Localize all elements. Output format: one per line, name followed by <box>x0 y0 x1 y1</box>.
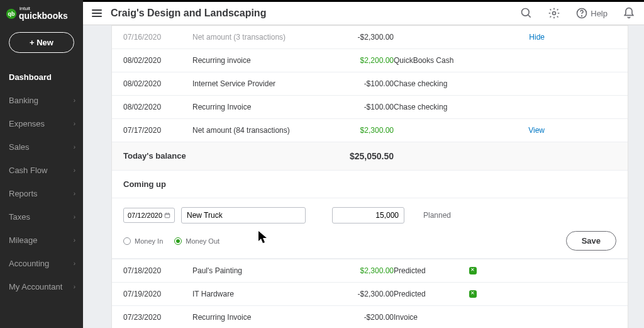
menu-icon[interactable] <box>92 9 102 17</box>
money-in-label: Money In <box>135 237 163 245</box>
gear-icon[interactable] <box>548 7 560 20</box>
logo: qb intuit quickbooks <box>6 6 68 21</box>
sidebar-item-label: Reports <box>9 189 38 198</box>
chevron-right-icon: › <box>74 237 75 244</box>
chevron-right-icon: › <box>74 190 75 197</box>
row-date: 07/16/2020 <box>123 33 192 42</box>
svg-rect-5 <box>165 213 170 218</box>
name-input[interactable] <box>181 207 306 223</box>
row-amount: $2,300.00 <box>331 266 394 275</box>
date-input[interactable] <box>128 212 164 219</box>
chevron-right-icon: › <box>74 97 75 104</box>
new-button[interactable]: + New <box>9 32 74 53</box>
row-date: 07/18/2020 <box>123 266 192 275</box>
row-date: 07/17/2020 <box>123 126 192 135</box>
balance-value: $25,050.50 <box>331 151 394 161</box>
sidebar: qb intuit quickbooks + New DashboardBank… <box>0 0 83 328</box>
row-date: 07/23/2020 <box>123 313 192 322</box>
row-account: Chase checking <box>394 79 501 88</box>
row-desc: Internet Service Provider <box>192 79 331 88</box>
row-amount: -$2,300.00 <box>331 290 394 298</box>
sidebar-item-label: Sales <box>9 142 30 152</box>
row-amount: -$200.00 <box>331 313 394 322</box>
row-amount: -$100.00 <box>331 103 394 111</box>
sidebar-item-label: Taxes <box>9 212 30 222</box>
row-desc: Recurring Invoice <box>192 313 331 322</box>
radio-icon <box>123 237 131 245</box>
row-link[interactable]: Hide <box>501 33 545 42</box>
sidebar-item-label: Accounting <box>9 259 49 268</box>
topbar: Craig's Design and Landscaping Help <box>83 0 644 25</box>
row-desc: Net amount (3 transactions) <box>192 33 331 42</box>
chevron-right-icon: › <box>74 260 75 267</box>
row-desc: Net amount (84 transactions) <box>192 126 331 135</box>
row-status: Invoice <box>394 313 469 322</box>
sidebar-item-label: Dashboard <box>9 72 52 82</box>
sidebar-item-dashboard[interactable]: Dashboard <box>9 68 83 86</box>
row-link[interactable]: View <box>501 126 545 135</box>
svg-line-1 <box>528 15 531 18</box>
predicted-row: 07/18/2020Paul's Painting$2,300.00Predic… <box>112 259 628 282</box>
balance-label: Today's balance <box>123 151 331 161</box>
delete-badge-icon[interactable] <box>469 290 477 298</box>
row-date: 07/19/2020 <box>123 290 192 298</box>
company-name: Craig's Design and Landscaping <box>111 8 266 19</box>
brand-name: quickbooks <box>19 11 68 21</box>
calendar-icon <box>164 212 170 219</box>
row-amount: $2,300.00 <box>331 126 394 135</box>
sidebar-item-mileage[interactable]: Mileage› <box>9 231 83 249</box>
money-out-radio[interactable]: Money Out <box>174 237 219 245</box>
row-status: Predicted <box>394 266 469 275</box>
sidebar-item-taxes[interactable]: Taxes› <box>9 208 83 226</box>
amount-input[interactable] <box>332 207 404 223</box>
transaction-row: 07/17/2020Net amount (84 transactions)$2… <box>112 118 628 142</box>
sidebar-item-reports[interactable]: Reports› <box>9 184 83 203</box>
logo-badge-icon: qb <box>6 9 16 19</box>
sidebar-item-label: Cash Flow <box>9 166 47 175</box>
money-out-label: Money Out <box>186 237 219 245</box>
sidebar-item-accounting[interactable]: Accounting› <box>9 254 83 273</box>
sidebar-item-cash-flow[interactable]: Cash Flow› <box>9 161 83 179</box>
help-label: Help <box>591 9 608 18</box>
chevron-right-icon: › <box>74 144 75 150</box>
radio-icon <box>174 237 182 245</box>
sidebar-item-sales[interactable]: Sales› <box>9 138 83 156</box>
delete-badge-icon[interactable] <box>469 267 477 274</box>
chevron-right-icon: › <box>74 213 75 220</box>
date-input-wrap[interactable] <box>123 208 175 223</box>
row-desc: Recurring invoice <box>192 56 331 65</box>
search-icon[interactable] <box>520 7 533 20</box>
save-button[interactable]: Save <box>566 231 616 251</box>
sidebar-item-label: My Accountant <box>9 282 62 291</box>
sidebar-item-banking[interactable]: Banking› <box>9 91 83 110</box>
row-account: QuickBooks Cash <box>394 56 501 65</box>
sidebar-item-label: Mileage <box>9 235 38 245</box>
bell-icon[interactable] <box>623 7 635 20</box>
transaction-row: 07/16/2020Net amount (3 transactions)-$2… <box>112 26 628 48</box>
transaction-row: 08/02/2020Recurring Invoice-$100.00Chase… <box>112 95 628 118</box>
transaction-row: 08/02/2020Internet Service Provider-$100… <box>112 72 628 95</box>
svg-point-4 <box>582 16 582 16</box>
money-in-radio[interactable]: Money In <box>123 237 163 245</box>
sidebar-item-label: Expenses <box>9 119 45 128</box>
sidebar-item-my-accountant[interactable]: My Accountant› <box>9 278 83 296</box>
svg-point-0 <box>522 9 530 16</box>
sidebar-item-expenses[interactable]: Expenses› <box>9 115 83 133</box>
help-button[interactable]: Help <box>575 7 608 20</box>
chevron-right-icon: › <box>74 167 75 174</box>
svg-point-2 <box>553 12 556 15</box>
entry-status: Planned <box>404 211 616 220</box>
row-status: Predicted <box>394 290 469 298</box>
row-date: 08/02/2020 <box>123 103 192 111</box>
row-amount: -$100.00 <box>331 79 394 88</box>
row-desc: Paul's Painting <box>192 266 331 275</box>
row-date: 08/02/2020 <box>123 56 192 65</box>
sidebar-item-label: Banking <box>9 96 38 105</box>
predicted-row: 07/19/2020IT Hardware-$2,300.00Predicted <box>112 282 628 305</box>
predicted-row: 07/23/2020Recurring Invoice-$200.00Invoi… <box>112 305 628 328</box>
chevron-right-icon: › <box>74 120 75 127</box>
cashflow-card: 07/16/2020Net amount (3 transactions)-$2… <box>111 25 628 328</box>
row-desc: Recurring Invoice <box>192 103 331 111</box>
transaction-row: 08/02/2020Recurring invoice$2,200.00Quic… <box>112 48 628 72</box>
row-account: Chase checking <box>394 103 501 111</box>
